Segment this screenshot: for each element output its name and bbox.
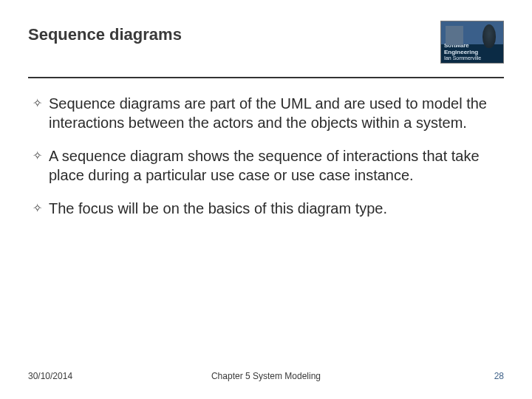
logo-text: Software Engineering Ian Sommerville — [444, 43, 503, 61]
diamond-bullet-icon: ✧ — [33, 200, 49, 216]
slide-header: Sequence diagrams Software Engineering I… — [28, 21, 504, 64]
bullet-text: The focus will be on the basics of this … — [49, 200, 499, 219]
book-cover-logo: Software Engineering Ian Sommerville — [440, 21, 504, 64]
logo-line1: Software Engineering — [444, 43, 503, 56]
bullet-text: Sequence diagrams are part of the UML an… — [49, 95, 499, 132]
slide: Sequence diagrams Software Engineering I… — [0, 0, 532, 399]
logo-line2: Ian Sommerville — [444, 55, 481, 61]
bullet-item: ✧ The focus will be on the basics of thi… — [33, 200, 499, 219]
slide-footer: 30/10/2014 Chapter 5 System Modeling 28 — [0, 371, 532, 381]
bullet-item: ✧ A sequence diagram shows the sequence … — [33, 147, 499, 185]
bullet-text: A sequence diagram shows the sequence of… — [49, 147, 499, 185]
bullet-item: ✧ Sequence diagrams are part of the UML … — [33, 95, 499, 132]
slide-body: ✧ Sequence diagrams are part of the UML … — [28, 95, 504, 219]
diamond-bullet-icon: ✧ — [33, 147, 49, 163]
header-divider — [28, 77, 504, 78]
slide-title: Sequence diagrams — [28, 21, 182, 44]
footer-chapter: Chapter 5 System Modeling — [0, 371, 532, 381]
diamond-bullet-icon: ✧ — [33, 95, 49, 111]
